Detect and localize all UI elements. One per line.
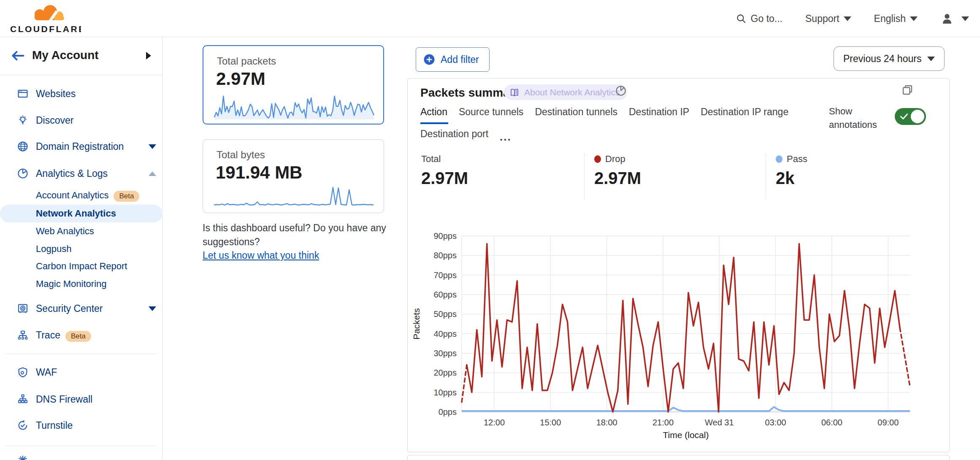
goto-search[interactable]: Go to... bbox=[736, 13, 782, 24]
cloudflare-logo[interactable]: CLOUDFLARE bbox=[9, 3, 81, 35]
show-annotations-label: Show annotations bbox=[829, 105, 886, 132]
tab-action[interactable]: Action bbox=[420, 106, 447, 123]
svg-text:06:00: 06:00 bbox=[821, 418, 842, 427]
tab-destination-port[interactable]: Destination port bbox=[420, 128, 488, 145]
svg-text:03:00: 03:00 bbox=[765, 418, 786, 427]
topbar-actions: Go to... Support English bbox=[736, 0, 969, 37]
feedback-link[interactable]: Let us know what you think bbox=[203, 250, 319, 261]
sidebar-item-network-analytics[interactable]: Network Analytics bbox=[0, 205, 162, 222]
packets-summary-panel: Packets summary About Network Analytics … bbox=[407, 78, 950, 452]
sidebar-item-label: Analytics & Logs bbox=[36, 168, 108, 179]
about-pill-label: About Network Analytics bbox=[524, 87, 620, 97]
chevron-down-icon bbox=[149, 144, 156, 149]
sidebar-item-web-analytics[interactable]: Web Analytics bbox=[0, 223, 162, 240]
add-filter-button[interactable]: Add filter bbox=[416, 47, 490, 72]
sidebar-item-domain-registration[interactable]: Domain Registration bbox=[0, 136, 162, 157]
packets-chart-svg: 0pps10pps20pps30pps40pps50pps60pps70pps8… bbox=[412, 228, 948, 444]
sidebar-item-label: Carbon Impact Report bbox=[36, 261, 127, 272]
chevron-up-icon bbox=[149, 171, 156, 176]
stat-pass: Pass 2k bbox=[776, 154, 807, 188]
globe-icon bbox=[17, 141, 29, 152]
trace-icon bbox=[17, 330, 29, 341]
hierarchy-icon bbox=[17, 393, 29, 405]
sidebar-item-label: DNS Firewall bbox=[36, 394, 92, 405]
svg-text:12:00: 12:00 bbox=[484, 418, 505, 427]
add-filter-label: Add filter bbox=[441, 54, 479, 65]
total-bytes-label: Total bytes bbox=[217, 149, 265, 161]
drop-series-dot bbox=[594, 155, 601, 163]
pie-chart-icon[interactable] bbox=[615, 84, 627, 97]
stats-divider bbox=[584, 154, 585, 199]
about-network-analytics-pill[interactable]: About Network Analytics bbox=[504, 84, 627, 100]
tab-destination-ip[interactable]: Destination IP bbox=[629, 106, 689, 123]
chevron-down-icon bbox=[844, 16, 851, 21]
feedback-question: Is this dashboard useful? Do you have an… bbox=[203, 221, 393, 249]
pass-series-dot bbox=[776, 155, 782, 163]
more-tabs-button[interactable]: ... bbox=[500, 135, 512, 139]
stat-pass-label: Pass bbox=[787, 154, 807, 165]
active-tab-underline bbox=[420, 122, 448, 124]
tab-destination-ip-range[interactable]: Destination IP range bbox=[701, 106, 788, 123]
sidebar-item-waf[interactable]: WAF bbox=[0, 362, 162, 382]
sidebar-item-label: Account AnalyticsBeta bbox=[36, 190, 139, 202]
svg-text:09:00: 09:00 bbox=[877, 418, 899, 427]
chevron-down-icon bbox=[961, 16, 969, 21]
tab-destination-tunnels[interactable]: Destination tunnels bbox=[535, 106, 617, 123]
sidebar-item-logpush[interactable]: Logpush bbox=[0, 241, 162, 257]
plus-circle-icon bbox=[423, 53, 436, 66]
sidebar-item-dns-firewall[interactable]: DNS Firewall bbox=[0, 389, 162, 409]
back-arrow-icon[interactable] bbox=[9, 47, 26, 66]
total-packets-card[interactable]: Total packets 2.97M bbox=[203, 45, 384, 124]
svg-text:90pps: 90pps bbox=[434, 231, 457, 241]
shield-icon bbox=[17, 366, 29, 378]
svg-text:Time (local): Time (local) bbox=[663, 430, 709, 440]
vault-icon bbox=[17, 303, 29, 314]
chevron-down-icon bbox=[910, 16, 918, 21]
sidebar-item-discover[interactable]: Discover bbox=[0, 110, 162, 130]
search-icon bbox=[736, 13, 747, 24]
beta-badge: Beta bbox=[114, 191, 139, 202]
duplicate-icon[interactable] bbox=[901, 84, 914, 96]
cloudflare-dashboard: CLOUDFLARE Go to... Support English bbox=[0, 0, 980, 460]
svg-text:Wed 31: Wed 31 bbox=[705, 418, 734, 427]
book-icon bbox=[509, 87, 520, 97]
dimension-tabs-row2: Destination port ... bbox=[420, 128, 512, 145]
sidebar-item-security-center[interactable]: Security Center bbox=[0, 298, 162, 319]
goto-label: Go to... bbox=[751, 13, 782, 24]
sidebar-item-trace[interactable]: TraceBeta bbox=[0, 325, 162, 346]
tab-source-tunnels[interactable]: Source tunnels bbox=[459, 106, 523, 123]
total-bytes-value: 191.94 MB bbox=[216, 162, 302, 183]
account-title: My Account bbox=[32, 49, 99, 62]
cloudflare-logo-icon: CLOUDFLARE bbox=[9, 3, 81, 35]
sidebar-item-carbon-impact-report[interactable]: Carbon Impact Report bbox=[0, 258, 162, 275]
time-range-dropdown[interactable]: Previous 24 hours bbox=[834, 46, 945, 71]
sidebar-item-websites[interactable]: Websites bbox=[0, 84, 162, 104]
chevron-right-icon[interactable] bbox=[144, 51, 153, 62]
sidebar: My Account Websites Discover Domain Regi… bbox=[0, 37, 162, 460]
sidebar-item-label: WAF bbox=[36, 367, 57, 378]
sidebar-item-turnstile[interactable]: Turnstile bbox=[0, 415, 162, 436]
support-menu[interactable]: Support bbox=[805, 13, 851, 24]
sidebar-item-analytics-logs[interactable]: Analytics & Logs bbox=[0, 163, 162, 184]
show-annotations-toggle[interactable] bbox=[895, 108, 926, 125]
sidebar-item-magic-monitoring[interactable]: Magic Monitoring bbox=[0, 276, 162, 292]
total-bytes-card[interactable]: Total bytes 191.94 MB bbox=[203, 139, 384, 213]
sidebar-item-label: Network Analytics bbox=[36, 208, 116, 219]
support-label: Support bbox=[805, 13, 839, 24]
next-panel-partial bbox=[407, 455, 950, 460]
topbar: CLOUDFLARE Go to... Support English bbox=[0, 0, 980, 37]
user-menu[interactable] bbox=[940, 12, 969, 25]
toggle-knob bbox=[911, 110, 924, 123]
sidebar-item-label: Discover bbox=[36, 115, 73, 126]
stat-pass-value: 2k bbox=[776, 169, 807, 188]
ip-addresses-icon[interactable] bbox=[17, 454, 29, 460]
svg-text:10pps: 10pps bbox=[434, 388, 457, 397]
svg-text:CLOUDFLARE: CLOUDFLARE bbox=[10, 24, 81, 34]
sidebar-item-account-analytics[interactable]: Account AnalyticsBeta bbox=[0, 187, 162, 204]
total-packets-label: Total packets bbox=[217, 55, 276, 67]
sidebar-divider bbox=[6, 354, 156, 354]
pie-chart-icon bbox=[17, 168, 29, 179]
time-range-label: Previous 24 hours bbox=[843, 53, 921, 65]
language-menu[interactable]: English bbox=[874, 13, 918, 24]
svg-text:70pps: 70pps bbox=[434, 271, 457, 280]
